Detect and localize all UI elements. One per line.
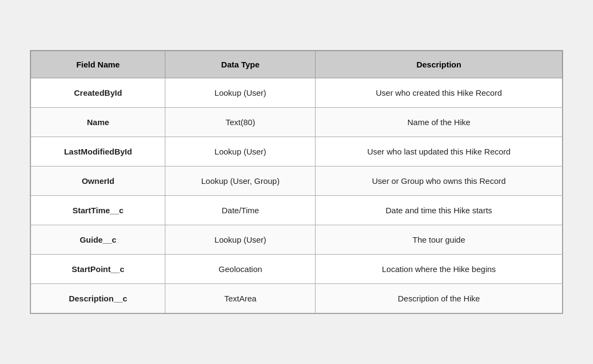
cell-field-name: StartTime__c (31, 196, 165, 225)
cell-field-name: CreatedById (31, 78, 165, 108)
cell-description: Location where the Hike begins (316, 255, 563, 284)
table-row: CreatedByIdLookup (User)User who created… (31, 78, 563, 108)
table-row: Guide__cLookup (User)The tour guide (31, 225, 563, 255)
table-row: NameText(80)Name of the Hike (31, 108, 563, 137)
cell-field-name: Guide__c (31, 225, 165, 255)
table-row: OwnerIdLookup (User, Group)User or Group… (31, 166, 563, 196)
cell-description: Name of the Hike (316, 108, 563, 137)
cell-data-type: Lookup (User) (165, 137, 316, 166)
table-row: StartPoint__cGeolocationLocation where t… (31, 255, 563, 284)
cell-description: User or Group who owns this Record (316, 166, 563, 196)
cell-field-name: Description__c (31, 284, 165, 313)
cell-description: User who last updated this Hike Record (316, 137, 563, 166)
table-row: StartTime__cDate/TimeDate and time this … (31, 196, 563, 225)
cell-field-name: StartPoint__c (31, 255, 165, 284)
cell-data-type: TextArea (165, 284, 316, 313)
cell-data-type: Lookup (User, Group) (165, 166, 316, 196)
cell-description: Date and time this Hike starts (316, 196, 563, 225)
cell-description: The tour guide (316, 225, 563, 255)
table-row: Description__cTextAreaDescription of the… (31, 284, 563, 313)
col-header-data-type: Data Type (165, 51, 316, 78)
data-table: Field Name Data Type Description Created… (30, 50, 563, 314)
col-header-field-name: Field Name (31, 51, 165, 78)
cell-field-name: Name (31, 108, 165, 137)
cell-field-name: OwnerId (31, 166, 165, 196)
cell-data-type: Lookup (User) (165, 225, 316, 255)
cell-field-name: LastModifiedById (31, 137, 165, 166)
table-row: LastModifiedByIdLookup (User)User who la… (31, 137, 563, 166)
col-header-description: Description (316, 51, 563, 78)
cell-data-type: Text(80) (165, 108, 316, 137)
cell-description: User who created this Hike Record (316, 78, 563, 108)
table-header-row: Field Name Data Type Description (31, 51, 563, 78)
cell-data-type: Geolocation (165, 255, 316, 284)
cell-description: Description of the Hike (316, 284, 563, 313)
cell-data-type: Lookup (User) (165, 78, 316, 108)
cell-data-type: Date/Time (165, 196, 316, 225)
